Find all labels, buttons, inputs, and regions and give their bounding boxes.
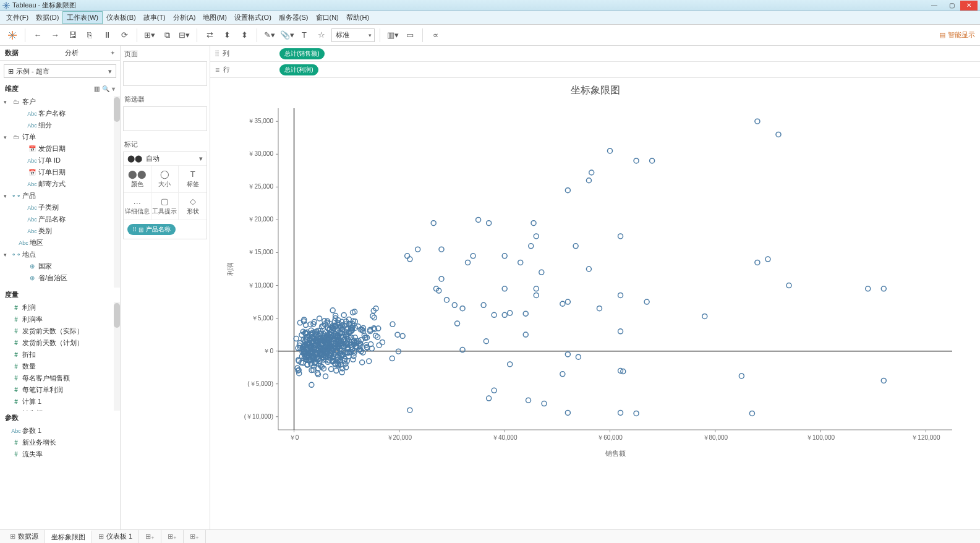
new-data-icon[interactable]: ⎘: [82, 28, 97, 43]
dim-field[interactable]: 📅发货日期: [0, 143, 120, 155]
back-icon[interactable]: ←: [30, 28, 45, 43]
rows-shelf[interactable]: ≡行 总计(利润): [210, 62, 980, 78]
marks-type-select[interactable]: ⬤⬤自动: [124, 152, 207, 166]
sort-desc-icon[interactable]: ⬍: [237, 28, 252, 43]
group-icon[interactable]: 📎▾: [279, 28, 294, 43]
marks-cell-颜色[interactable]: ⬤⬤颜色: [124, 166, 151, 193]
text-icon[interactable]: T: [297, 28, 312, 43]
dim-field[interactable]: ▾🗀客户: [0, 96, 120, 108]
datasource-tab[interactable]: ⊞数据源: [4, 530, 45, 543]
new-story-button[interactable]: ⊞₊: [184, 530, 206, 543]
menu-0[interactable]: 文件(F): [2, 12, 32, 24]
marks-cell-标签[interactable]: T标签: [179, 166, 207, 193]
svg-text:￥120,000: ￥120,000: [911, 434, 940, 441]
sheet-tab-1[interactable]: ⊞仪表板 1: [92, 530, 139, 543]
dim-field[interactable]: Abc产品名称: [0, 213, 120, 225]
swap-icon[interactable]: ⇄: [202, 28, 217, 43]
gear-icon[interactable]: ✦: [110, 49, 115, 56]
measure-field[interactable]: #发货前天数（计划）: [0, 337, 120, 349]
measure-field[interactable]: #每名客户销售额: [0, 372, 120, 384]
view-icon[interactable]: ▥: [94, 85, 100, 92]
menu-4[interactable]: 故事(T): [140, 12, 169, 24]
search-icon[interactable]: 🔍: [102, 85, 109, 92]
tableau-home-icon[interactable]: [5, 28, 20, 43]
menu-3[interactable]: 仪表板(B): [103, 12, 140, 24]
param-field[interactable]: Abc参数 1: [0, 425, 120, 437]
dim-field[interactable]: Abc细分: [0, 119, 120, 131]
tab-analysis[interactable]: 分析✦: [60, 46, 120, 60]
datasource-select[interactable]: ⊞示例 - 超市: [4, 64, 116, 78]
dim-field[interactable]: Abc订单 ID: [0, 155, 120, 166]
minimize-button[interactable]: —: [926, 1, 943, 11]
marks-cell-详细信息[interactable]: …详细信息: [124, 193, 151, 220]
pages-card-title: 页面: [123, 48, 207, 61]
dim-field[interactable]: ▾⚬⚬地点: [0, 249, 120, 260]
present-icon[interactable]: ▭: [403, 28, 417, 43]
dim-field[interactable]: Abc地区: [0, 237, 120, 249]
marks-cell-工具提示[interactable]: ▢工具提示: [151, 193, 179, 220]
new-sheet-button[interactable]: ⊞₊: [139, 530, 161, 543]
maximize-button[interactable]: ▢: [943, 1, 960, 11]
svg-point-554: [586, 178, 591, 183]
measure-field[interactable]: #销售额: [0, 408, 120, 411]
smart-show-icon: ▤: [939, 31, 945, 39]
filters-shelf[interactable]: [123, 106, 207, 131]
dim-field[interactable]: 📅订单日期: [0, 166, 120, 178]
measure-field[interactable]: #利润率: [0, 314, 120, 325]
detail-pill[interactable]: ⠿ ⊞ 产品名称: [127, 224, 176, 235]
dim-field[interactable]: Abc类别: [0, 225, 120, 237]
sort-asc-icon[interactable]: ⬍: [219, 28, 234, 43]
forward-icon[interactable]: →: [48, 28, 62, 43]
new-ws-icon[interactable]: ⊞▾: [142, 28, 157, 43]
sheet-tab-0[interactable]: 坐标象限图: [45, 530, 92, 543]
dim-field[interactable]: ⊕国家: [0, 260, 120, 272]
menu-9[interactable]: 窗口(N): [312, 12, 343, 24]
dim-field[interactable]: ▾🗀订单: [0, 131, 120, 143]
measure-field[interactable]: #发货前天数（实际）: [0, 325, 120, 337]
measure-field[interactable]: #计算 1: [0, 396, 120, 408]
menu-icon[interactable]: ▾: [112, 85, 115, 92]
dim-field[interactable]: Abc邮寄方式: [0, 178, 120, 190]
svg-point-601: [523, 332, 528, 337]
marks-cell-大小[interactable]: ◯大小: [151, 166, 179, 193]
menu-10[interactable]: 帮助(H): [343, 12, 373, 24]
scatter-chart[interactable]: ￥0￥20,000￥40,000￥60,000￥80,000￥100,000￥1…: [223, 102, 965, 461]
highlight-icon[interactable]: ✎▾: [262, 28, 277, 43]
menu-6[interactable]: 地图(M): [199, 12, 231, 24]
menu-5[interactable]: 分析(A): [169, 12, 200, 24]
new-dashboard-button[interactable]: ⊞₊: [161, 530, 184, 543]
measure-field[interactable]: #利润: [0, 302, 120, 314]
menu-2[interactable]: 工作表(W): [62, 11, 103, 24]
share-icon[interactable]: ∝: [428, 28, 443, 43]
pages-shelf[interactable]: [123, 61, 207, 86]
param-field[interactable]: #流失率: [0, 448, 120, 460]
dim-field[interactable]: Abc客户名称: [0, 108, 120, 119]
columns-shelf[interactable]: ⦙⦙⦙列 总计(销售额): [210, 46, 980, 62]
columns-pill[interactable]: 总计(销售额): [279, 48, 325, 59]
save-icon[interactable]: 🖫: [65, 28, 80, 43]
marks-cell-形状[interactable]: ◇形状: [179, 193, 207, 220]
menu-7[interactable]: 设置格式(O): [231, 12, 275, 24]
pin-icon[interactable]: ☆: [314, 28, 329, 43]
autoupdate-icon[interactable]: ⏸: [100, 28, 114, 43]
refresh-icon[interactable]: ⟳: [117, 28, 132, 43]
showme-icon[interactable]: ▥▾: [385, 28, 400, 43]
dim-field[interactable]: ⊕省/自治区: [0, 272, 120, 284]
clear-icon[interactable]: ⊟▾: [177, 28, 192, 43]
dim-field[interactable]: Abc子类别: [0, 202, 120, 213]
close-button[interactable]: ✕: [960, 1, 978, 11]
rows-pill[interactable]: 总计(利润): [279, 64, 318, 75]
measure-field[interactable]: #数量: [0, 361, 120, 372]
smart-show-button[interactable]: ▤ 智能显示: [939, 30, 975, 40]
menu-8[interactable]: 服务器(S): [275, 12, 312, 24]
tab-data[interactable]: 数据: [0, 46, 60, 60]
dim-field[interactable]: ▾⚬⚬产品: [0, 190, 120, 202]
data-pane: 数据 分析✦ ⊞示例 - 超市 维度 ▥🔍▾ ▾🗀客户Abc客户名称Abc细分▾…: [0, 46, 121, 529]
measure-field[interactable]: #每笔订单利润: [0, 384, 120, 396]
fit-dropdown[interactable]: 标准: [331, 28, 375, 42]
measure-field[interactable]: #折扣: [0, 349, 120, 361]
svg-point-595: [445, 297, 450, 302]
duplicate-icon[interactable]: ⧉: [160, 28, 174, 43]
menu-1[interactable]: 数据(D): [32, 12, 62, 24]
param-field[interactable]: #新业务增长: [0, 437, 120, 448]
